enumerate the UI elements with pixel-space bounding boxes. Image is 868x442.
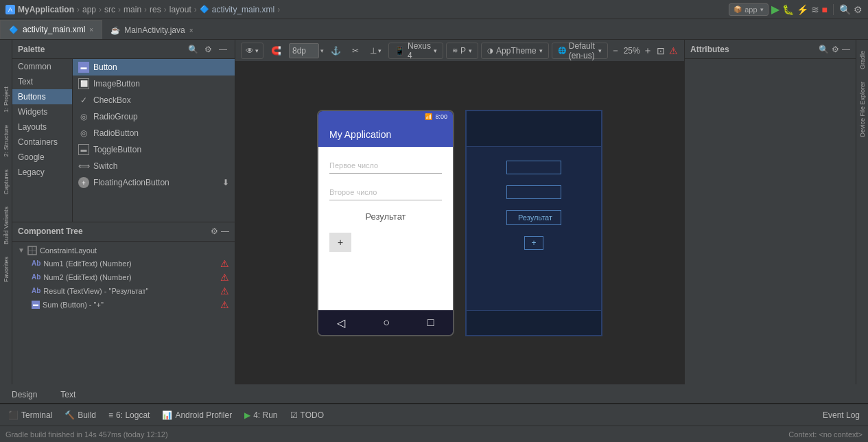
zoom-in-btn[interactable]: ＋ xyxy=(643,43,653,59)
run-toolbar: ⬛ Terminal 🔨 Build ≡ 6: Logcat 📊 Android… xyxy=(0,404,868,426)
phone-sum-button[interactable]: + xyxy=(329,233,351,252)
blueprint-input2[interactable] xyxy=(506,185,561,199)
category-containers[interactable]: Containers xyxy=(12,135,72,150)
magnet-btn[interactable]: 🧲 xyxy=(266,43,286,59)
phone-input1[interactable]: Первое число xyxy=(329,158,442,174)
blueprint-input1[interactable] xyxy=(506,161,561,174)
blueprint-button[interactable]: + xyxy=(524,236,543,250)
status-right: Context: <no context> xyxy=(788,430,863,439)
tree-settings-icon[interactable]: ⚙ xyxy=(211,226,218,236)
bottom-area: Design Text ⬛ Terminal 🔨 Build ≡ 6: Logc… xyxy=(0,384,868,442)
terminal-btn[interactable]: ⬛ Terminal xyxy=(3,406,58,424)
bottom-tab-design[interactable]: Design xyxy=(0,385,49,403)
project-tab[interactable]: 1: Project xyxy=(1,81,11,118)
view-options-btn[interactable]: 👁 ▾ xyxy=(241,43,263,59)
module-selector[interactable]: 📦 app ▾ xyxy=(729,3,768,16)
zoom-out-btn[interactable]: － xyxy=(611,43,621,59)
category-buttons[interactable]: Buttons xyxy=(12,89,72,104)
margin-input[interactable] xyxy=(289,43,319,58)
title-bar: A MyApplication › app › src › main › res… xyxy=(0,0,868,19)
item-radiogroup[interactable]: ◎ RadioGroup xyxy=(73,108,235,125)
item-button[interactable]: ▬ Button xyxy=(73,59,235,75)
item-imagebutton[interactable]: ⬜ ImageButton xyxy=(73,75,235,92)
event-log-btn[interactable]: Event Log xyxy=(817,406,865,424)
debug-btn[interactable]: 🐛 xyxy=(782,4,794,15)
tab-main-activity[interactable]: ☕ MainActivity.java × xyxy=(102,21,201,39)
tree-item-constraint[interactable]: ▼ ConstraintLayout xyxy=(12,244,235,257)
device-selector[interactable]: 📱 Nexus 4 ▾ xyxy=(388,43,443,59)
api-selector[interactable]: ≋ P ▾ xyxy=(446,43,478,59)
category-layouts[interactable]: Layouts xyxy=(12,119,72,135)
attributes-collapse-icon[interactable]: — xyxy=(842,45,850,54)
phone-input2[interactable]: Второе число xyxy=(329,185,442,200)
tree-icon-constraint xyxy=(27,246,37,255)
theme-selector[interactable]: ◑ AppTheme ▾ xyxy=(481,43,549,59)
attributes-settings-icon[interactable]: ⚙ xyxy=(832,45,839,54)
palette-search-icon[interactable]: 🔍 xyxy=(187,43,199,56)
palette-collapse-icon[interactable]: — xyxy=(217,43,229,56)
module-arrow: ▾ xyxy=(760,6,764,13)
radiogroup-label: RadioGroup xyxy=(93,112,138,121)
locale-label: Default (en-us) xyxy=(569,41,596,60)
back-btn[interactable]: ◁ xyxy=(337,316,345,329)
tab-activity-xml[interactable]: 🔷 activity_main.xml × xyxy=(0,20,102,39)
tree-error-sum: ⚠ xyxy=(220,299,229,310)
build-btn[interactable]: 🔨 Build xyxy=(59,406,102,424)
device-file-explorer-tab[interactable]: Device File Explorer xyxy=(858,76,867,143)
close-xml-icon[interactable]: × xyxy=(89,26,93,34)
home-btn[interactable]: ○ xyxy=(383,316,390,329)
palette-panel: Palette 🔍 ⚙ — Common Text Buttons Widget… xyxy=(12,40,235,384)
profiler-btn[interactable]: 📊 Android Profiler xyxy=(156,406,237,424)
tree-item-num1[interactable]: Ab Num1 (EditText) (Number) ⚠ xyxy=(12,257,235,270)
warn-btn[interactable]: ⊥ ▾ xyxy=(366,43,386,59)
status-message: Gradle build finished in 14s 457ms (toda… xyxy=(5,430,168,439)
coverage-btn[interactable]: ≋ xyxy=(811,4,819,15)
todo-btn[interactable]: ☑ TODO xyxy=(285,406,329,424)
tree-item-num2[interactable]: Ab Num2 (EditText) (Number) ⚠ xyxy=(12,270,235,284)
profile-btn[interactable]: ⚡ xyxy=(797,4,808,15)
palette-settings-icon[interactable]: ⚙ xyxy=(202,43,214,56)
build-variants-tab[interactable]: Build Variants xyxy=(1,201,11,250)
tree-item-sum[interactable]: ▬ Sum (Button) - "+" ⚠ xyxy=(12,298,235,312)
todo-icon: ☑ xyxy=(290,410,298,420)
item-fab[interactable]: + FloatingActionButton ⬇ xyxy=(73,174,235,191)
tab-xml-label: activity_main.xml xyxy=(23,25,85,34)
attributes-search-icon[interactable]: 🔍 xyxy=(819,45,829,54)
app-icon: A xyxy=(5,5,15,14)
error-indicator[interactable]: ⚠ xyxy=(668,43,679,59)
locale-selector[interactable]: 🌐 Default (en-us) ▾ xyxy=(552,43,608,59)
constraints-btn[interactable]: ⚓ xyxy=(327,43,345,59)
item-togglebutton[interactable]: ▬ ToggleButton xyxy=(73,141,235,158)
category-common[interactable]: Common xyxy=(12,59,72,74)
bottom-tab-text[interactable]: Text xyxy=(49,385,87,403)
item-checkbox[interactable]: ✓ CheckBox xyxy=(73,92,235,108)
fit-screen-btn[interactable]: ⊡ xyxy=(655,43,666,59)
margin-arrow[interactable]: ▾ xyxy=(320,47,324,54)
settings-btn[interactable]: ⚙ xyxy=(854,4,863,15)
category-text[interactable]: Text xyxy=(12,74,72,89)
gradle-tab[interactable]: Gradle xyxy=(858,45,867,75)
run-output-btn[interactable]: ▶ 4: Run xyxy=(239,406,283,424)
logcat-btn[interactable]: ≡ 6: Logcat xyxy=(103,406,155,424)
tree-collapse-icon[interactable]: — xyxy=(221,226,229,236)
stop-btn[interactable]: ■ xyxy=(822,4,828,15)
recents-btn[interactable]: □ xyxy=(427,316,434,329)
category-widgets[interactable]: Widgets xyxy=(12,104,72,119)
favorites-tab[interactable]: Favorites xyxy=(1,251,11,288)
run-btn[interactable]: ▶ xyxy=(771,3,779,16)
item-radiobutton[interactable]: ◎ RadioButton xyxy=(73,125,235,141)
blueprint-view: Результат + xyxy=(465,110,602,336)
close-java-icon[interactable]: × xyxy=(189,27,193,34)
tree-item-result[interactable]: Ab Result (TextView) - "Результат" ⚠ xyxy=(12,284,235,298)
captures-tab[interactable]: Captures xyxy=(1,164,11,200)
category-google[interactable]: Google xyxy=(12,150,72,165)
path-src: src xyxy=(104,5,115,14)
category-legacy[interactable]: Legacy xyxy=(12,165,72,180)
download-icon[interactable]: ⬇ xyxy=(222,178,229,187)
clear-constraints-btn[interactable]: ✂ xyxy=(348,43,363,59)
attributes-header: Attributes 🔍 ⚙ — xyxy=(685,40,856,59)
structure-tab[interactable]: 2: Structure xyxy=(1,119,11,163)
item-switch[interactable]: ⟺ Switch xyxy=(73,158,235,174)
logcat-icon: ≡ xyxy=(108,410,113,420)
search-btn[interactable]: 🔍 xyxy=(839,4,851,15)
